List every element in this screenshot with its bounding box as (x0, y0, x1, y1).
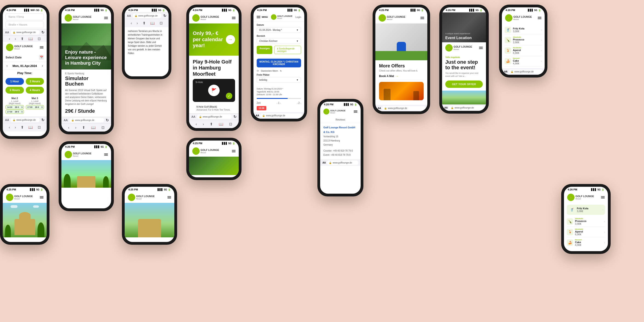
clouds (3, 205, 47, 208)
url-9[interactable]: 🔒 www.golflounge.de (509, 70, 542, 74)
bookmarks-icon-1[interactable]: 📖 (28, 36, 33, 41)
fwd-4[interactable]: › (203, 122, 204, 126)
hb-9[interactable] (538, 17, 542, 19)
anzeigen-btn[interactable]: Anzeigen (257, 46, 272, 54)
range-bar[interactable] (257, 98, 301, 99)
share-3[interactable]: ⬆ (142, 21, 146, 25)
hamburger-2[interactable] (104, 17, 108, 19)
back-b1[interactable]: ‹ (9, 125, 10, 130)
drink-arrow-br-3[interactable]: › (604, 230, 605, 234)
hamburger-1[interactable] (40, 46, 44, 48)
tb-2[interactable]: ⊡ (102, 125, 104, 130)
url-2[interactable]: 🔒 www.golflounge.de (70, 118, 104, 122)
hour-2-btn[interactable]: 2 Hours (26, 78, 44, 85)
hour-1-btn[interactable]: 1 Hour (6, 78, 24, 85)
fwd-2[interactable]: › (75, 126, 76, 130)
reload-2[interactable]: ↻ (106, 118, 109, 122)
drink-arrow-br-2[interactable]: › (604, 220, 605, 223)
drink-arrow-1[interactable]: › (541, 38, 542, 42)
back-3[interactable]: ‹ (131, 21, 132, 25)
url-7[interactable]: 🔒 www.golflounge.de (382, 106, 425, 110)
phone-4b: 4:25 PM ▋▋▋5G🔋 ⛳ GOLF LOUNGE Resort (186, 138, 242, 180)
bk-2[interactable]: 📖 (91, 125, 96, 130)
prev-date-arrow[interactable]: ‹ (6, 64, 8, 68)
drink-arrow-2[interactable]: › (541, 49, 542, 52)
hb-br[interactable] (601, 196, 605, 198)
book-mat-link[interactable]: Book A Mat → (379, 74, 424, 80)
drink-name-0: Fritz Kola (513, 27, 539, 30)
time-slot-3[interactable]: 17:00 29 € ℹ (26, 105, 44, 109)
bk-3[interactable]: 📖 (150, 21, 155, 25)
hb-8[interactable] (479, 47, 483, 49)
tabs-icon-1[interactable]: ⊡ (38, 36, 41, 41)
url-bar-1[interactable]: 🔒 www.golflounge.de (11, 30, 40, 34)
hb-bm[interactable] (168, 196, 171, 198)
url-4[interactable]: 🔒 www.golflounge.de (197, 114, 232, 119)
hb-4b[interactable] (232, 150, 236, 152)
datum-dropdown[interactable]: 01.04.2024 - Montag * ▼ (257, 27, 301, 33)
tolle-tag: Tolle Angebote (445, 56, 483, 58)
time-slot-2[interactable]: 17:00 29 € ℹ (6, 110, 24, 114)
phone-bl-inner: 4:25 PM ▋▋▋5G🔋 ⛳ GOLF LOUNGE Resort (3, 187, 47, 242)
hamburger-4[interactable] (232, 17, 236, 19)
hour-4-btn[interactable]: 4 Hours (26, 87, 44, 94)
reload-4[interactable]: ↻ (234, 114, 236, 119)
share-4[interactable]: ⬆ (210, 122, 213, 126)
phone-5-container: 4:24 PM ▋▋▋5G🔋 MENU ⛳ GOLF LOUNGE Resort (251, 4, 307, 122)
brand-name-2: GOLF LOUNGE (73, 16, 92, 18)
freie-dropdown[interactable]: beliebig ▼ (257, 77, 301, 83)
symbollegende-btn[interactable]: ℹ Symbollegende anzeigen (274, 46, 301, 54)
next-date-arrow[interactable]: › (42, 64, 43, 68)
time-slot-1[interactable]: 14:00 29 € ℹ (6, 105, 24, 109)
calendar-icon[interactable]: 📅 (39, 55, 44, 60)
share-2[interactable]: ⬆ (82, 125, 85, 130)
bereich-dropdown[interactable]: Christian Kirchner ▼ (257, 38, 301, 44)
aa-bar-3: AA 🔒 www.golflounge.de ↻ (125, 12, 168, 19)
back-2[interactable]: ‹ (68, 126, 69, 130)
forward-icon-1[interactable]: › (15, 37, 16, 41)
menu-icon[interactable] (257, 16, 260, 18)
drink-arrow-0[interactable]: › (541, 28, 542, 32)
hour-3-btn[interactable]: 3 Hours (6, 87, 24, 94)
bk-4[interactable]: 📖 (219, 122, 223, 126)
hb-bl[interactable] (40, 196, 44, 198)
get-offer-btn[interactable]: GET YOUR OFFER (445, 80, 483, 88)
reload-icon[interactable]: ↻ (42, 30, 44, 34)
hour-1-label: 1 Hour (10, 80, 19, 83)
fwd-3[interactable]: › (136, 21, 138, 25)
hb-7[interactable] (420, 17, 424, 19)
street-field[interactable]: Straße + Hausnr. (6, 21, 44, 28)
drink-price-1: 3,90€ (513, 41, 539, 44)
refresh-icon[interactable]: ↻ (280, 70, 282, 72)
time-8: 4:26 PM (446, 9, 456, 12)
aa-7: AA (378, 107, 381, 110)
hb-6[interactable] (354, 110, 358, 113)
login-label[interactable]: Login (296, 16, 301, 18)
url-8[interactable]: 🔒 www.golflounge.de (449, 106, 484, 110)
url-3[interactable]: 🔒 www.golflounge.de (133, 14, 162, 18)
ls-br: Resort (576, 198, 594, 200)
aa-bar-1: AA 🔒 www.golflounge.de ↻ (3, 29, 47, 36)
back-icon-1[interactable]: ‹ (9, 37, 10, 41)
reload-3[interactable]: ↻ (163, 14, 166, 18)
tabs-b1[interactable]: ⊡ (38, 125, 41, 130)
reload-icon-b1[interactable]: ↻ (42, 118, 44, 122)
hamburger-2b[interactable] (104, 154, 108, 156)
safari-4: ‹ › ⬆ 📖 ⊡ (189, 120, 239, 128)
url-bar-bottom-1[interactable]: 🔒 www.golflounge.de (11, 118, 40, 122)
tb-4[interactable]: ⊡ (229, 122, 232, 126)
url-6[interactable]: 🔒 www.golflounge.de (327, 160, 358, 165)
forward-b1[interactable]: › (15, 125, 16, 130)
tb-3[interactable]: ⊡ (160, 21, 162, 25)
drink-arrow-br-4[interactable]: › (604, 241, 605, 244)
back-4[interactable]: ‹ (196, 122, 197, 126)
name-firma-field[interactable]: Name / Firma (6, 13, 44, 20)
green-hero-btn[interactable]: → (226, 35, 235, 44)
share-icon-1[interactable]: ⬆ (21, 36, 24, 41)
bookmark-b1[interactable]: 📖 (28, 125, 33, 130)
url-5[interactable]: 🔒 www.golflounge.de (260, 114, 302, 118)
share-b1[interactable]: ⬆ (21, 125, 24, 130)
ln-5: GOLF LOUNGE (278, 15, 292, 18)
drink-arrow-br-1[interactable]: › (602, 208, 603, 211)
drink-arrow-3[interactable]: › (541, 60, 542, 63)
